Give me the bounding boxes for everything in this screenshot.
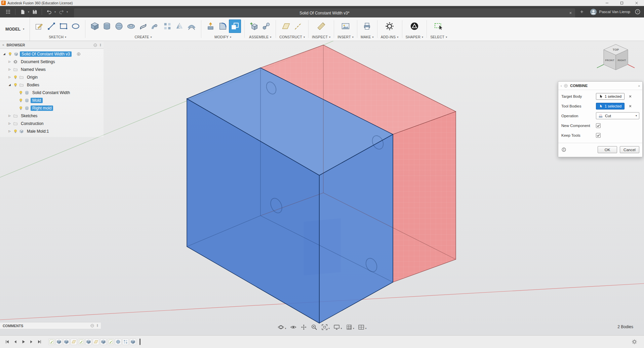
ribbon-menu-make[interactable]: MAKE▾	[361, 34, 374, 41]
browser-item-document-settings[interactable]: ▷Document Settings	[0, 58, 104, 66]
viewcube-right-label[interactable]: RIGHT	[618, 59, 626, 62]
ok-button[interactable]: OK	[598, 146, 617, 153]
dialog-handle-icon[interactable]	[564, 84, 568, 88]
user-account[interactable]: Pascal Van Lierop	[590, 8, 630, 15]
timeline-position-marker[interactable]	[139, 339, 140, 345]
browser-resize-grip[interactable]: ‖	[100, 43, 101, 47]
grid-settings-icon[interactable]: ▾	[346, 324, 354, 331]
sketch-line-icon[interactable]	[45, 19, 57, 33]
ribbon-menu-inspect[interactable]: INSPECT▾	[312, 34, 330, 41]
combine-icon[interactable]	[229, 19, 241, 33]
measure-icon[interactable]	[315, 19, 327, 33]
ribbon-menu-modify[interactable]: MODIFY▾	[214, 34, 231, 41]
window-minimize-button[interactable]	[600, 0, 614, 6]
new-component-icon[interactable]	[248, 19, 260, 33]
dialog-header[interactable]: ‹ COMBINE »	[558, 82, 642, 90]
document-tab[interactable]: Solid Of Constant Width v3*	[74, 8, 575, 17]
skip-start-icon[interactable]	[4, 339, 10, 345]
help-icon[interactable]: ?	[634, 9, 641, 15]
browser-item-bodies[interactable]: ◢Bodies	[0, 81, 104, 89]
timeline-feature-extrude2[interactable]	[85, 339, 92, 345]
timeline-feature-extrude1[interactable]	[56, 339, 62, 345]
display-settings-icon[interactable]: ▾	[333, 324, 342, 331]
browser-item-right-mold[interactable]: Right mold	[0, 104, 104, 112]
look-at-icon[interactable]	[290, 324, 296, 331]
cancel-button[interactable]: Cancel	[620, 146, 639, 153]
sketch-rectangle-icon[interactable]	[57, 19, 70, 33]
pan-icon[interactable]	[300, 324, 307, 331]
sphere-icon[interactable]	[113, 19, 125, 33]
window-maximize-button[interactable]	[614, 0, 629, 6]
browser-item-named-views[interactable]: ▷Named Views	[0, 66, 104, 73]
fillet-icon[interactable]	[217, 19, 229, 33]
clear-selection-icon[interactable]	[628, 104, 632, 108]
timeline-feature-fillet1[interactable]	[63, 339, 70, 345]
file-menu-icon[interactable]	[18, 7, 27, 16]
expander-expanded-icon[interactable]: ◢	[7, 83, 12, 86]
new-component-checkbox[interactable]	[596, 123, 601, 128]
expander-expanded-icon[interactable]: ◢	[2, 52, 6, 55]
keep-tools-checkbox[interactable]	[596, 133, 601, 138]
clear-selection-icon[interactable]	[628, 94, 632, 98]
operation-dropdown[interactable]: Cut▾	[596, 112, 639, 119]
expander-collapsed-icon[interactable]: ▷	[7, 76, 12, 79]
activate-component-radio-icon[interactable]	[76, 52, 81, 56]
viewcube-top-label[interactable]: TOP	[613, 48, 619, 51]
make-icon[interactable]	[361, 19, 373, 33]
sketch-ellipse-icon[interactable]	[70, 19, 82, 33]
ribbon-menu-assemble[interactable]: ASSEMBLE▾	[249, 34, 271, 41]
tab-close-icon[interactable]	[569, 11, 572, 15]
viewport[interactable]: « BROWSER ‖ ◢Solid Of Constant Width v3▷…	[0, 41, 644, 335]
timeline-feature-plane2[interactable]	[93, 339, 99, 345]
comments-resize-grip[interactable]: ‖	[97, 324, 98, 328]
pipe-icon[interactable]	[149, 19, 161, 33]
play-icon[interactable]	[20, 339, 26, 345]
skip-end-icon[interactable]	[36, 339, 42, 345]
construction-axis-icon[interactable]	[292, 19, 304, 33]
app-grid-icon[interactable]	[4, 7, 12, 16]
dialog-collapse-icon[interactable]: ‹	[561, 84, 562, 88]
redo-icon[interactable]	[57, 7, 66, 16]
browser-item-construction[interactable]: ▷Construction	[0, 120, 104, 127]
save-icon[interactable]	[30, 7, 39, 16]
ribbon-menu-add-ins[interactable]: ADD-INS▾	[381, 34, 399, 41]
window-close-button[interactable]	[629, 0, 644, 6]
step-back-icon[interactable]	[12, 339, 18, 345]
timeline-feature-sketch2[interactable]	[78, 339, 84, 345]
select-window-icon[interactable]	[433, 19, 445, 33]
timeline-feature-combine1[interactable]	[130, 339, 136, 345]
timeline-feature-sketch3[interactable]	[108, 339, 114, 345]
timeline-feature-sketch1[interactable]	[48, 339, 55, 345]
insert-image-icon[interactable]	[339, 19, 352, 33]
viewports-icon[interactable]: ▾	[358, 324, 367, 331]
expander-collapsed-icon[interactable]: ▷	[7, 68, 12, 71]
step-forward-icon[interactable]	[28, 339, 34, 345]
new-tab-button[interactable]	[578, 8, 586, 16]
ribbon-menu-sketch[interactable]: SKETCH▾	[49, 34, 66, 41]
thicken-icon[interactable]	[186, 19, 198, 33]
expander-collapsed-icon[interactable]: ▷	[7, 114, 12, 117]
ribbon-menu-insert[interactable]: INSERT▾	[337, 34, 354, 41]
workspace-selector[interactable]: MODEL ▾	[3, 17, 30, 41]
browser-options-icon[interactable]	[93, 43, 97, 47]
fit-icon[interactable]: ▾	[321, 324, 330, 331]
browser-item-solid-of-constant-width-v3[interactable]: ◢Solid Of Constant Width v3	[0, 50, 104, 58]
ribbon-menu-select[interactable]: SELECT▾	[430, 34, 447, 41]
joint-icon[interactable]	[260, 19, 272, 33]
ribbon-menu-construct[interactable]: CONSTRUCT▾	[279, 34, 305, 41]
torus-icon[interactable]	[125, 19, 137, 33]
timeline-feature-pattern1[interactable]	[122, 339, 129, 345]
box-icon[interactable]	[89, 19, 101, 33]
orbit-icon[interactable]: ▾	[278, 324, 286, 331]
timeline-feature-split1[interactable]	[100, 339, 107, 345]
timeline-feature-plane1[interactable]	[71, 339, 77, 345]
browser-item-mold[interactable]: Mold	[0, 96, 104, 104]
scripts-addins-icon[interactable]	[384, 19, 396, 33]
target-body-selection-button[interactable]: 1 selected	[596, 93, 625, 100]
cylinder-icon[interactable]	[101, 19, 113, 33]
timeline-settings-icon[interactable]	[632, 339, 637, 345]
tool-bodies-selection-button[interactable]: 1 selected	[596, 103, 625, 110]
browser-item-origin[interactable]: ▷Origin	[0, 73, 104, 81]
press-pull-icon[interactable]	[205, 19, 217, 33]
expander-collapsed-icon[interactable]: ▷	[7, 60, 12, 63]
